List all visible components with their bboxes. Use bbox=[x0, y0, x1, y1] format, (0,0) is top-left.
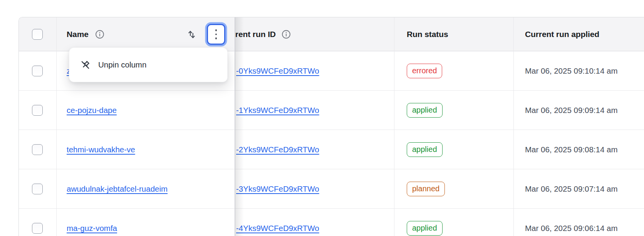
name-link[interactable]: ce-pojzu-dape bbox=[67, 106, 117, 115]
status-badge: planned bbox=[407, 182, 445, 196]
status-badge: applied bbox=[407, 221, 443, 236]
current-run-applied-column-header: Current run applied bbox=[525, 30, 599, 39]
pin-off-icon bbox=[80, 60, 91, 70]
row-checkbox[interactable] bbox=[32, 144, 43, 155]
name-link[interactable]: tehmi-wudvakhe-ve bbox=[67, 145, 135, 154]
kebab-icon bbox=[215, 29, 217, 39]
name-column-menu-button[interactable] bbox=[207, 24, 225, 45]
current-run-applied-column-label: Current run applied bbox=[525, 30, 599, 39]
menu-item-unpin-column[interactable]: Unpin column bbox=[80, 48, 227, 82]
name-column-label: Name bbox=[67, 30, 89, 39]
applied-at-text: Mar 06, 2025 09:06:14 am bbox=[525, 224, 617, 233]
status-badge-wrap: applied bbox=[407, 221, 443, 236]
info-icon[interactable] bbox=[95, 29, 105, 39]
status-badge-wrap: applied bbox=[407, 103, 443, 118]
run-status-column-label: Run status bbox=[407, 30, 448, 39]
run-id-link[interactable]: -3Yks9WCFeD9xRTWo bbox=[236, 184, 319, 194]
row-checkbox[interactable] bbox=[32, 66, 43, 76]
runs-table-screen: Current run ID Run status Current run ap… bbox=[0, 0, 644, 236]
status-badge: applied bbox=[407, 103, 443, 118]
status-badge-wrap: applied bbox=[407, 142, 443, 157]
row-checkbox[interactable] bbox=[32, 223, 43, 234]
runs-table: Current run ID Run status Current run ap… bbox=[18, 17, 644, 236]
status-badge: errored bbox=[407, 64, 442, 78]
applied-at-text: Mar 06, 2025 09:10:14 am bbox=[525, 66, 617, 76]
name-link[interactable]: awudulnak-jebtafcel-ruadeim bbox=[67, 184, 168, 194]
name-link[interactable]: ma-guz-vomfa bbox=[67, 224, 117, 233]
run-id-link[interactable]: -4Yks9WCFeD9xRTWo bbox=[236, 224, 319, 233]
info-icon[interactable] bbox=[281, 29, 291, 39]
run-id-link[interactable]: -0Yks9WCFeD9xRTWo bbox=[236, 66, 319, 76]
row-checkbox[interactable] bbox=[32, 184, 43, 194]
applied-at-text: Mar 06, 2025 09:08:14 am bbox=[525, 145, 617, 154]
status-badge-wrap: planned bbox=[407, 182, 445, 196]
menu-item-label: Unpin column bbox=[98, 60, 146, 69]
pinned-column-divider bbox=[235, 17, 235, 236]
row-checkbox[interactable] bbox=[32, 105, 43, 116]
pinned-columns-header bbox=[19, 17, 235, 51]
run-id-link[interactable]: -2Yks9WCFeD9xRTWo bbox=[236, 145, 319, 154]
applied-at-text: Mar 06, 2025 09:07:14 am bbox=[525, 184, 617, 194]
column-menu-dropdown: Unpin column bbox=[69, 47, 228, 82]
status-badge-wrap: errored bbox=[407, 64, 442, 78]
run-id-link[interactable]: -1Yks9WCFeD9xRTWo bbox=[236, 106, 319, 115]
run-status-column-header: Run status bbox=[407, 30, 448, 39]
status-badge: applied bbox=[407, 142, 443, 157]
select-all-checkbox[interactable] bbox=[32, 29, 43, 40]
sort-toggle-button[interactable] bbox=[186, 29, 197, 40]
name-column-header: Name bbox=[67, 29, 105, 39]
applied-at-text: Mar 06, 2025 09:09:14 am bbox=[525, 106, 617, 115]
sort-arrows-icon bbox=[186, 29, 197, 40]
